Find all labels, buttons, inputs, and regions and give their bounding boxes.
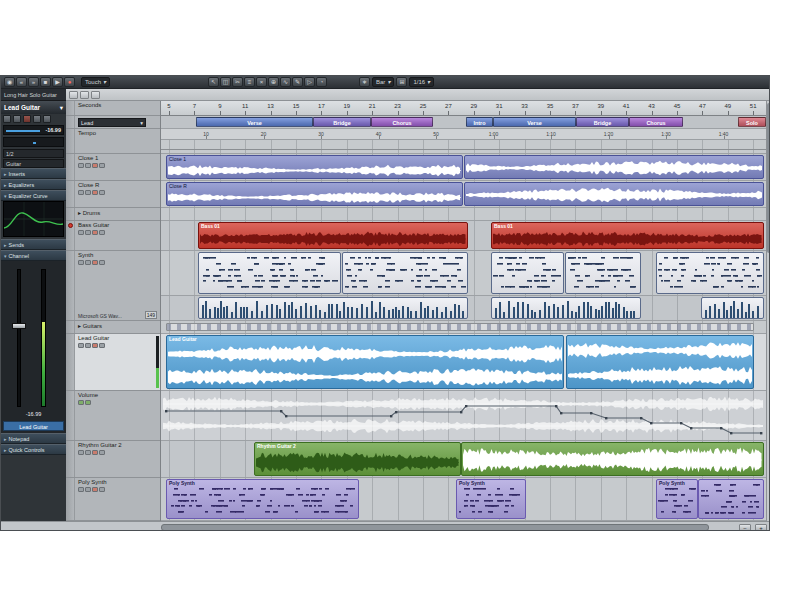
rewind-button[interactable]: «: [16, 77, 27, 87]
range-selection-tool[interactable]: ◫: [220, 77, 231, 87]
record-enable-button[interactable]: [92, 190, 98, 195]
pan-slider[interactable]: [3, 137, 64, 147]
marker-bridge[interactable]: Bridge: [313, 117, 371, 127]
midi-part[interactable]: [198, 297, 468, 319]
inspector-track-title[interactable]: Lead Guitar ▾: [1, 101, 66, 114]
record-enable-button[interactable]: [23, 115, 31, 123]
folder-part[interactable]: [166, 323, 754, 331]
audio-event-bass-01[interactable]: Bass 01: [491, 222, 764, 249]
track-row-seconds[interactable]: Seconds: [66, 101, 161, 116]
solo-button[interactable]: [85, 343, 91, 348]
audio-event[interactable]: [464, 155, 764, 179]
horizontal-scrollbar-thumb[interactable]: [161, 524, 709, 531]
mute-button[interactable]: [3, 115, 11, 123]
track-row-rhythm-guitar-2[interactable]: Rhythm Guitar 2: [66, 441, 161, 478]
play-button[interactable]: ▶: [52, 77, 63, 87]
track-row-synth[interactable]: SynthMicrosoft GS Wav...149: [66, 251, 161, 321]
track-drag-handle[interactable]: [66, 478, 75, 520]
zoom-out-button[interactable]: −: [739, 524, 751, 531]
audio-event-bass-01[interactable]: Bass 01: [198, 222, 468, 249]
track-row-close-1[interactable]: Close 1: [66, 154, 161, 181]
audio-event-close-1[interactable]: Close 1: [166, 155, 463, 179]
audio-event[interactable]: [566, 335, 754, 389]
mute-button[interactable]: [78, 260, 84, 265]
split-tool[interactable]: ✂: [232, 77, 243, 87]
marker-solo[interactable]: Solo: [738, 117, 766, 127]
record-enable-button[interactable]: [92, 230, 98, 235]
channel-fader-handle[interactable]: [12, 323, 26, 329]
monitor-button[interactable]: [99, 163, 105, 168]
seconds-ruler[interactable]: 10203040501:001:101:201:301:40: [161, 129, 766, 140]
grid-icon[interactable]: ⊞: [396, 77, 407, 87]
midi-part[interactable]: [342, 252, 468, 294]
activate-project-button[interactable]: ◉: [4, 77, 15, 87]
volume-slider[interactable]: -16.99: [3, 125, 64, 135]
track-drag-handle[interactable]: [66, 129, 75, 153]
horizontal-scrollbar[interactable]: − +: [1, 521, 770, 531]
monitor-button[interactable]: [99, 450, 105, 455]
marker-chorus[interactable]: Chorus: [371, 117, 433, 127]
object-selection-tool[interactable]: ↖: [208, 77, 219, 87]
marker-chorus[interactable]: Chorus: [629, 117, 683, 127]
tracklist-header-button[interactable]: [80, 91, 89, 99]
track-drag-handle[interactable]: [66, 101, 75, 115]
mute-button[interactable]: [78, 450, 84, 455]
midi-part[interactable]: [491, 252, 564, 294]
volume-automation-curve[interactable]: [161, 391, 766, 441]
solo-button[interactable]: [85, 450, 91, 455]
monitor-button[interactable]: [99, 230, 105, 235]
track-row-drums[interactable]: ▸ Drums: [66, 208, 161, 221]
midi-part-poly-synth[interactable]: Poly Synth: [166, 479, 359, 519]
track-drag-handle[interactable]: [66, 334, 75, 390]
midi-part-poly-synth[interactable]: Poly Synth: [656, 479, 698, 519]
inspector-section-quick-controls[interactable]: ▸Quick Controls: [1, 444, 66, 455]
tracklist-header-button[interactable]: [91, 91, 100, 99]
grid-type-dropdown[interactable]: 1/16 ▾: [409, 77, 434, 87]
bar-ruler[interactable]: 5791113151719212325272931333537394143454…: [161, 101, 766, 116]
record-enable-button[interactable]: [92, 487, 98, 492]
snap-toggle-button[interactable]: ∗: [359, 77, 370, 87]
mute-button[interactable]: [78, 163, 84, 168]
inspector-section-sends[interactable]: ▸Sends: [1, 239, 66, 250]
track-row-close-r[interactable]: Close R: [66, 181, 161, 208]
solo-button[interactable]: [85, 190, 91, 195]
zoom-in-button[interactable]: +: [755, 524, 767, 531]
mute-tool[interactable]: ∿: [280, 77, 291, 87]
mute-button[interactable]: [78, 230, 84, 235]
solo-button[interactable]: [85, 487, 91, 492]
inspector-section-inserts[interactable]: ▸Inserts: [1, 168, 66, 179]
marker-bridge[interactable]: Bridge: [576, 117, 629, 127]
record-enable-button[interactable]: [92, 450, 98, 455]
midi-part[interactable]: [198, 252, 341, 294]
mute-button[interactable]: [78, 190, 84, 195]
track-output-routing[interactable]: Microsoft GS Wav...: [78, 313, 122, 319]
play-tool[interactable]: ▷: [304, 77, 315, 87]
midi-part-poly-synth[interactable]: Poly Synth: [456, 479, 526, 519]
track-row-guitars[interactable]: ▸ Guitars: [66, 321, 161, 334]
tracklist-header-button[interactable]: [69, 91, 78, 99]
mute-button[interactable]: [78, 343, 84, 348]
zoom-tool[interactable]: ⊕: [268, 77, 279, 87]
glue-tool[interactable]: ≡: [244, 77, 255, 87]
solo-button[interactable]: [13, 115, 21, 123]
solo-button[interactable]: [85, 260, 91, 265]
track-drag-handle[interactable]: [66, 391, 75, 440]
midi-part[interactable]: [701, 297, 764, 319]
track-drag-handle[interactable]: [66, 154, 75, 180]
track-drag-handle[interactable]: [66, 321, 75, 333]
monitor-button[interactable]: [99, 343, 105, 348]
record-enable-button[interactable]: [92, 260, 98, 265]
midi-part[interactable]: [656, 252, 764, 294]
record-button[interactable]: ●: [64, 77, 75, 87]
track-row-lead[interactable]: Lead▾: [66, 116, 161, 129]
forward-button[interactable]: »: [28, 77, 39, 87]
track-row-lead-guitar[interactable]: Lead Guitar: [66, 334, 161, 391]
stop-button[interactable]: ■: [40, 77, 51, 87]
inspector-section-equalizer-curve[interactable]: ▾Equalizer Curve: [1, 190, 66, 201]
inspector-section-equalizers[interactable]: ▸Equalizers: [1, 179, 66, 190]
snap-type-dropdown[interactable]: Bar ▾: [372, 77, 394, 87]
track-drag-handle[interactable]: [66, 441, 75, 477]
track-drag-handle[interactable]: [66, 181, 75, 207]
channel-fader-track[interactable]: [17, 269, 21, 407]
track-row-volume[interactable]: Volume: [66, 391, 161, 441]
